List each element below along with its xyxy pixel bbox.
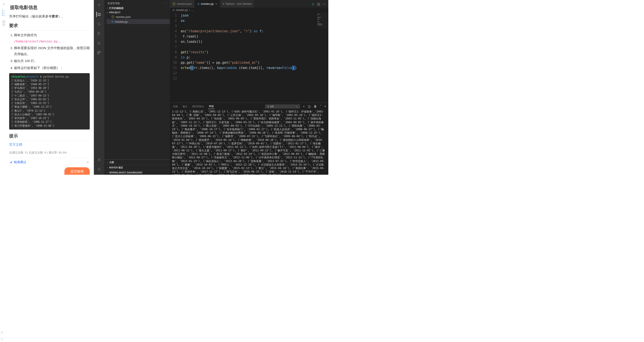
close-panel-icon[interactable]: × [324,105,326,108]
requirement-item: 输出共 100 行。 [14,58,90,64]
file-item-py[interactable]: ⊕movies.py [106,19,170,24]
panel-tab-output[interactable]: 输出 [182,104,188,109]
more-icon[interactable]: ⋯ [164,2,167,5]
new-terminal-icon[interactable]: + [303,105,305,108]
svg-point-0 [98,23,100,25]
breadcrumb[interactable]: ⊕movies.py›… [170,8,328,13]
tips-heading: 提示 [9,133,90,141]
requirement-item: 最终运行效果如下（部分截图）： [14,65,90,71]
bottom-panel: 问题 输出 调试控制台 终端 1: zsh⌄ + ◫ 🗑 ˄ × 1-12-12… [170,103,328,175]
requirement-item: 脚本需要实现对 JSON 文件中数据的提取，按照日期升序输出。 [14,45,90,57]
requirement-item: 脚本文件路径为 /home/project/movies.py 。 [14,32,90,44]
minimap[interactable]: ███ ████████████████████████████████████… [317,13,328,28]
activity-bar: ≡ [94,0,104,175]
search-icon[interactable] [96,22,102,27]
chevron-down-icon: ⌄ [296,105,298,108]
code-editor[interactable]: 12345678910111213 json os en("/home/proj… [170,13,328,103]
project-section[interactable]: ⌄PROJECT [104,11,170,15]
submit-button[interactable]: 提交检测 [64,167,90,175]
svg-point-2 [98,35,99,35]
extensions-icon[interactable] [96,50,102,56]
python-icon: ⊕ [197,3,200,6]
stats-line: 总通过次数: 5 | 总提交次数: 6 | 通过率: 83.3% [9,151,90,155]
close-icon[interactable]: × [216,2,217,6]
clock-icon[interactable]: ◷ [2,19,6,24]
python-icon: ⊕ [172,9,175,12]
intro-paragraph: 升序打印输出（输出效果参考要求）。 [9,14,90,19]
menu-icon[interactable]: ≡ [96,2,102,8]
doc-icon: ≡ [223,2,224,6]
close-icon[interactable]: × [86,160,89,165]
svg-rect-5 [99,51,101,53]
maven-section[interactable]: ›MAVEN 项目 [104,165,170,170]
svg-rect-6 [98,53,99,54]
svg-point-7 [98,159,100,160]
more-icon[interactable]: ⋯ [323,2,326,6]
json-icon: {} [111,15,114,18]
tab-movies-json[interactable]: {}movies.json [170,0,195,8]
svg-point-1 [98,32,99,33]
split-terminal-icon[interactable]: ◫ [308,105,311,108]
source-control-icon[interactable] [96,31,102,36]
run-icon[interactable]: ▷ [312,2,314,6]
explorer-sidebar: 资源管理器⋯ ›打开的编辑器 ⌄PROJECT {}movies.json ⊕m… [104,0,170,175]
trash-icon[interactable]: 🗑 [314,105,317,108]
script-path: /home/project/movies.py [14,40,58,43]
account-icon[interactable] [96,157,102,162]
steps-icon[interactable]: 1—2—3— [2,11,6,15]
panel-tab-problems[interactable]: 问题 [172,104,178,109]
svg-point-3 [100,34,100,34]
official-docs-link[interactable]: 官方文档 [9,143,22,146]
explorer-icon[interactable] [96,12,102,17]
svg-point-8 [99,169,100,170]
outline-section[interactable]: ›大纲 [104,160,170,165]
code-content[interactable]: json os en("/home/project/movies.json", … [181,13,328,103]
clock-count: (1) [2,24,5,26]
debug-icon[interactable] [96,41,102,46]
gear-icon[interactable] [96,167,102,172]
example-output: shiyanlou:project/ $ python3 movies.py [… [9,73,90,130]
split-editor-icon[interactable]: ◫ [317,2,320,6]
alert-text: 检测通过 [14,160,26,164]
json-icon: {} [172,3,176,6]
tab-bar: {}movies.json ⊕movies.py× ≡Python - Get … [170,0,328,8]
python-icon: ⊕ [111,20,114,23]
explorer-title: 资源管理器 [108,2,120,5]
maximize-icon[interactable]: ˄ [320,105,321,108]
page-title: 提取电影信息 [10,4,90,11]
requirements-heading: 要求 [9,23,90,31]
file-item-json[interactable]: {}movies.json [106,15,170,19]
tab-movies-py[interactable]: ⊕movies.py× [195,0,220,8]
panel-tab-debug[interactable]: 调试控制台 [191,104,205,109]
line-gutter: 12345678910111213 [170,13,181,103]
spring-section[interactable]: ›SPRING-BOOT DASHBOARD [104,170,170,175]
open-editors-section[interactable]: ›打开的编辑器 [104,6,170,11]
terminal-selector[interactable]: 1: zsh⌄ [265,104,300,109]
tab-python-get-started[interactable]: ≡Python - Get Started [220,0,254,8]
check-icon: ✔ [10,161,13,164]
home-icon[interactable]: ⌂ [2,2,6,6]
svg-rect-4 [98,51,99,53]
panel-tab-terminal[interactable]: 终端 [208,104,214,109]
terminal-output[interactable]: 1-12-12'), ('美丽心灵', '2001-12-13'), ('哈利·… [170,110,328,175]
